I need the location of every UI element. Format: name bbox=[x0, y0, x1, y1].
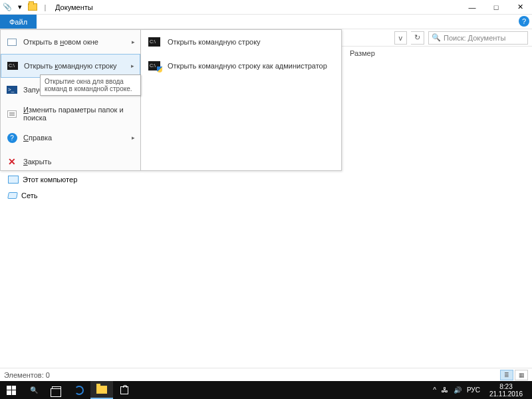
submenu-open-cmd-admin-label: Открыть командную строку как администрат… bbox=[168, 62, 327, 70]
tray-clock[interactable]: 8:23 21.11.2016 bbox=[485, 383, 527, 398]
refresh-button[interactable]: ↻ bbox=[411, 31, 424, 45]
taskbar-edge[interactable] bbox=[68, 381, 90, 399]
task-view-button[interactable] bbox=[45, 381, 68, 399]
options-icon bbox=[6, 108, 18, 120]
maximize-button[interactable]: □ bbox=[484, 0, 508, 15]
tray-sound-icon[interactable]: 🔊 bbox=[454, 386, 462, 394]
powershell-icon: >_ bbox=[6, 84, 18, 96]
close-button[interactable]: ✕ bbox=[508, 0, 532, 15]
window-title: Документы bbox=[51, 3, 93, 11]
file-menu-panel: Открыть в новом окне ▸ C:\ Открыть коман… bbox=[0, 29, 141, 171]
view-details-button[interactable]: ≣ bbox=[500, 370, 513, 380]
chevron-down-icon[interactable]: v bbox=[399, 34, 403, 42]
nav-network[interactable]: Сеть bbox=[8, 192, 37, 200]
file-menu-help[interactable]: ? Справка ▸ bbox=[1, 126, 140, 150]
qat-divider-icon: | bbox=[39, 1, 51, 13]
status-text: Элементов: 0 bbox=[4, 371, 50, 379]
cmd-icon: C:\ bbox=[7, 60, 19, 72]
search-button[interactable]: 🔍 bbox=[23, 381, 45, 399]
tray-date: 21.11.2016 bbox=[489, 390, 523, 398]
search-input[interactable]: 🔍 Поиск: Документы bbox=[428, 31, 528, 45]
column-headers: Размер bbox=[346, 47, 532, 60]
close-icon: ✕ bbox=[6, 156, 18, 168]
task-view-icon bbox=[52, 386, 61, 394]
nav-this-pc-label: Этот компьютер bbox=[23, 176, 77, 184]
start-button[interactable] bbox=[0, 381, 23, 399]
chevron-right-icon: ▸ bbox=[132, 134, 135, 141]
tooltip: Открытие окна для ввода команд в командн… bbox=[40, 74, 141, 96]
tray-language[interactable]: РУС bbox=[467, 386, 480, 394]
qat-dropdown-icon[interactable]: ▾ bbox=[14, 1, 26, 13]
refresh-icon: ↻ bbox=[414, 33, 420, 42]
minimize-button[interactable]: — bbox=[460, 0, 484, 15]
submenu-open-cmd[interactable]: C:\ Открыть командную строку bbox=[141, 30, 341, 54]
taskbar-store[interactable] bbox=[113, 381, 136, 399]
address-bar-end[interactable]: v bbox=[394, 31, 408, 45]
search-icon: 🔍 bbox=[432, 33, 441, 42]
submenu-open-cmd-label: Открыть командную строку bbox=[168, 38, 261, 46]
tray-time: 8:23 bbox=[489, 383, 523, 390]
tray-network-icon[interactable]: 🖧 bbox=[442, 386, 448, 394]
folder-icon bbox=[27, 1, 39, 13]
store-icon bbox=[120, 386, 128, 394]
nav-this-pc[interactable]: Этот компьютер bbox=[8, 176, 77, 184]
status-bar: Элементов: 0 ≣ ▦ bbox=[0, 368, 532, 381]
windows-logo-icon bbox=[7, 386, 16, 395]
chevron-right-icon: ▸ bbox=[131, 63, 134, 69]
ribbon-tabs: Файл ? bbox=[0, 15, 532, 29]
search-placeholder: Поиск: Документы bbox=[444, 34, 505, 42]
cmd-icon: C:\ bbox=[148, 37, 161, 47]
quick-access-toolbar: 📎 ▾ | bbox=[0, 1, 51, 13]
system-tray: ^ 🖧 🔊 РУС 8:23 21.11.2016 bbox=[428, 381, 532, 399]
monitor-icon bbox=[8, 176, 19, 184]
search-icon: 🔍 bbox=[30, 386, 38, 394]
nav-network-label: Сеть bbox=[21, 192, 37, 200]
submenu-open-cmd-admin[interactable]: C:\ Открыть командную строку как админис… bbox=[141, 54, 341, 78]
taskbar: 🔍 ^ 🖧 🔊 РУС 8:23 21.11.2016 bbox=[0, 381, 532, 399]
view-icons-button[interactable]: ▦ bbox=[515, 370, 528, 380]
taskbar-explorer[interactable] bbox=[90, 381, 113, 399]
file-menu-close[interactable]: ✕ Закрыть bbox=[1, 150, 140, 174]
cmd-admin-icon: C:\ bbox=[148, 61, 161, 71]
file-menu-folder-options[interactable]: Изменить параметры папок и поиска bbox=[1, 102, 140, 126]
help-icon: ? bbox=[6, 132, 18, 144]
chevron-right-icon: ▸ bbox=[132, 39, 135, 45]
file-tab[interactable]: Файл bbox=[0, 15, 37, 29]
cmd-submenu-panel: C:\ Открыть командную строку C:\ Открыть… bbox=[141, 29, 342, 171]
network-icon bbox=[7, 192, 18, 199]
tray-overflow-icon[interactable]: ^ bbox=[433, 386, 436, 394]
column-size[interactable]: Размер bbox=[346, 49, 375, 57]
tooltip-text: Открытие окна для ввода команд в командн… bbox=[45, 78, 132, 92]
help-icon[interactable]: ? bbox=[519, 16, 529, 27]
file-menu-open-new-window[interactable]: Открыть в новом окне ▸ bbox=[1, 30, 140, 54]
title-bar: 📎 ▾ | Документы — □ ✕ bbox=[0, 0, 532, 15]
edge-icon bbox=[74, 386, 84, 395]
qat-pin-icon[interactable]: 📎 bbox=[1, 1, 13, 13]
window-icon bbox=[6, 36, 18, 48]
folder-icon bbox=[96, 386, 107, 394]
